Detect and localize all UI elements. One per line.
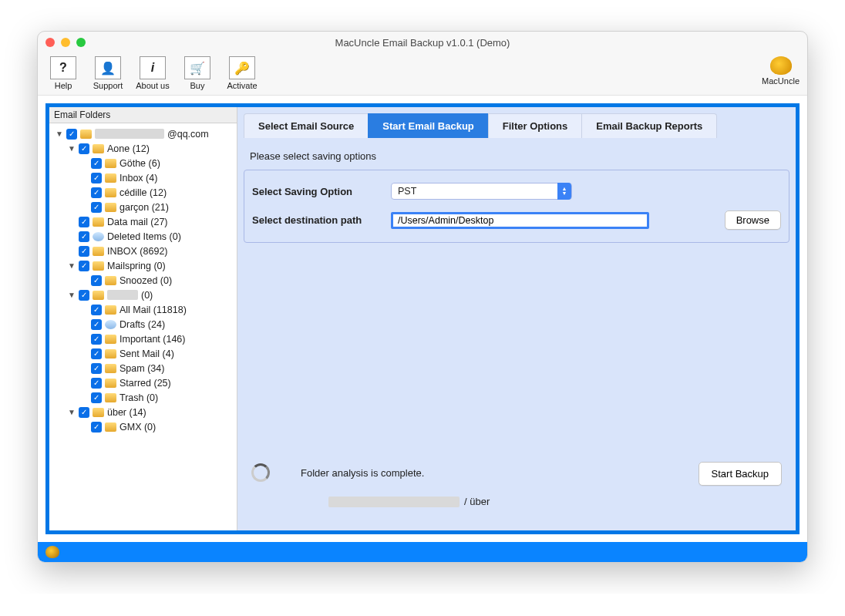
saving-options-hint: Please select saving options — [244, 138, 789, 170]
tree-node[interactable]: ✓Important (146) — [51, 332, 235, 346]
folder-checkbox[interactable]: ✓ — [91, 392, 102, 403]
chevron-updown-icon: ▲▼ — [557, 183, 571, 200]
tab-start-email-backup[interactable]: Start Email Backup — [368, 113, 489, 138]
folder-checkbox[interactable]: ✓ — [79, 290, 89, 301]
folder-label: Aone (12) — [107, 143, 150, 154]
folder-icon — [80, 130, 92, 139]
folder-checkbox[interactable]: ✓ — [91, 319, 102, 330]
tabs: Select Email SourceStart Email BackupFil… — [244, 113, 789, 138]
body-area: Email Folders ▼✓@qq.com▼✓Aone (12)✓Göthe… — [38, 96, 807, 542]
titlebar: MacUncle Email Backup v1.0.1 (Demo) — [38, 32, 807, 53]
disclosure-icon[interactable]: ▼ — [68, 291, 76, 299]
folder-checkbox[interactable]: ✓ — [79, 143, 89, 154]
tab-email-backup-reports[interactable]: Email Backup Reports — [581, 113, 717, 138]
folder-icon — [93, 217, 104, 227]
folder-label: Snoozed (0) — [120, 275, 172, 286]
key-icon: 🔑 — [229, 56, 255, 79]
disclosure-icon[interactable]: ▼ — [56, 130, 63, 138]
tree-node[interactable]: ✓Snoozed (0) — [51, 273, 235, 288]
folder-checkbox[interactable]: ✓ — [91, 422, 102, 433]
folder-checkbox[interactable]: ✓ — [91, 275, 102, 286]
tree-node[interactable]: ✓All Mail (11818) — [51, 302, 235, 317]
folder-label: Trash (0) — [120, 392, 158, 403]
support-icon: 👤 — [95, 56, 121, 79]
folder-checkbox[interactable]: ✓ — [79, 261, 89, 271]
tree-node[interactable]: ✓Starred (25) — [51, 375, 235, 390]
activate-button[interactable]: 🔑 Activate — [224, 56, 260, 90]
folder-checkbox[interactable]: ✓ — [91, 158, 102, 169]
folder-checkbox[interactable]: ✓ — [91, 334, 102, 345]
folder-label: Inbox (4) — [120, 173, 157, 183]
main-pane: Select Email SourceStart Email BackupFil… — [237, 107, 796, 530]
folder-checkbox[interactable]: ✓ — [79, 246, 89, 257]
folder-checkbox[interactable]: ✓ — [79, 407, 89, 418]
folder-label: @qq.com — [167, 129, 209, 140]
folder-tree[interactable]: ▼✓@qq.com▼✓Aone (12)✓Göthe (6)✓Inbox (4)… — [49, 123, 237, 530]
special-folder-icon — [105, 320, 116, 329]
folder-icon — [105, 276, 116, 285]
folder-icon — [105, 188, 116, 197]
folder-icon — [105, 173, 116, 183]
saving-option-select[interactable]: PST ▲▼ — [391, 183, 572, 200]
brand: MacUncle — [762, 56, 800, 86]
cart-icon: 🛒 — [184, 56, 210, 79]
disclosure-icon[interactable]: ▼ — [68, 261, 76, 270]
browse-button[interactable]: Browse — [725, 210, 781, 230]
tree-node[interactable]: ✓GMX (0) — [51, 419, 235, 434]
saving-options-box: Select Saving Option PST ▲▼ Select desti… — [244, 170, 789, 243]
folder-label: Göthe (6) — [120, 158, 160, 169]
destination-path-input[interactable] — [391, 212, 649, 229]
folder-label: Spam (34) — [120, 363, 164, 374]
folder-checkbox[interactable]: ✓ — [91, 202, 102, 213]
brand-icon — [45, 546, 59, 558]
tree-node[interactable]: ✓INBOX (8692) — [51, 244, 235, 258]
help-button[interactable]: ? Help — [45, 56, 81, 90]
toolbar: ? Help 👤 Support i About us 🛒 Buy 🔑 Acti… — [38, 53, 807, 96]
destination-path-label: Select destination path — [252, 214, 391, 226]
buy-button[interactable]: 🛒 Buy — [180, 56, 215, 90]
folder-checkbox[interactable]: ✓ — [91, 173, 102, 183]
tree-node[interactable]: ✓Göthe (6) — [51, 156, 235, 170]
folder-checkbox[interactable]: ✓ — [79, 231, 89, 242]
tree-node[interactable]: ✓Deleted Items (0) — [51, 229, 235, 244]
folder-checkbox[interactable]: ✓ — [91, 348, 102, 359]
tree-node[interactable]: ✓Drafts (24) — [51, 317, 235, 332]
tree-node[interactable]: ✓Data mail (27) — [51, 214, 235, 229]
tree-node[interactable]: ✓cédille (12) — [51, 185, 235, 200]
tree-node[interactable]: ✓Inbox (4) — [51, 170, 235, 185]
folder-label: garçon (21) — [120, 202, 169, 213]
folder-checkbox[interactable]: ✓ — [91, 378, 102, 389]
tree-node[interactable]: ✓Sent Mail (4) — [51, 346, 235, 361]
tree-node[interactable]: ✓Spam (34) — [51, 361, 235, 375]
support-button[interactable]: 👤 Support — [90, 56, 126, 90]
about-button[interactable]: i About us — [135, 56, 170, 90]
folder-checkbox[interactable]: ✓ — [91, 187, 102, 198]
footer — [38, 542, 807, 562]
brand-icon — [770, 56, 792, 75]
tree-node[interactable]: ▼✓Aone (12) — [51, 141, 235, 156]
folder-icon — [105, 335, 116, 344]
folder-checkbox[interactable]: ✓ — [91, 305, 102, 315]
start-backup-button[interactable]: Start Backup — [699, 462, 782, 486]
tab-select-email-source[interactable]: Select Email Source — [244, 113, 369, 138]
folder-icon — [93, 408, 104, 417]
folder-label: All Mail (11818) — [120, 305, 187, 315]
tree-node[interactable]: ▼✓@qq.com — [51, 126, 235, 141]
disclosure-icon[interactable]: ▼ — [68, 408, 76, 416]
folder-checkbox[interactable]: ✓ — [79, 217, 89, 227]
saving-option-value: PST — [398, 186, 416, 197]
tab-filter-options[interactable]: Filter Options — [488, 113, 583, 138]
tree-node[interactable]: ▼✓Mailspring (0) — [51, 258, 235, 273]
disclosure-icon[interactable]: ▼ — [68, 144, 76, 153]
status-message: Folder analysis is complete. — [301, 467, 424, 479]
tree-node[interactable]: ✓garçon (21) — [51, 200, 235, 214]
folder-label: Important (146) — [120, 334, 185, 345]
folder-label: cédille (12) — [120, 187, 167, 198]
tree-node[interactable]: ✓Trash (0) — [51, 390, 235, 405]
folder-checkbox[interactable]: ✓ — [91, 363, 102, 374]
folder-checkbox[interactable]: ✓ — [66, 129, 77, 140]
about-label: About us — [136, 81, 169, 90]
folder-label: über (14) — [107, 407, 146, 418]
tree-node[interactable]: ▼✓ (0) — [51, 288, 235, 302]
tree-node[interactable]: ▼✓über (14) — [51, 405, 235, 419]
